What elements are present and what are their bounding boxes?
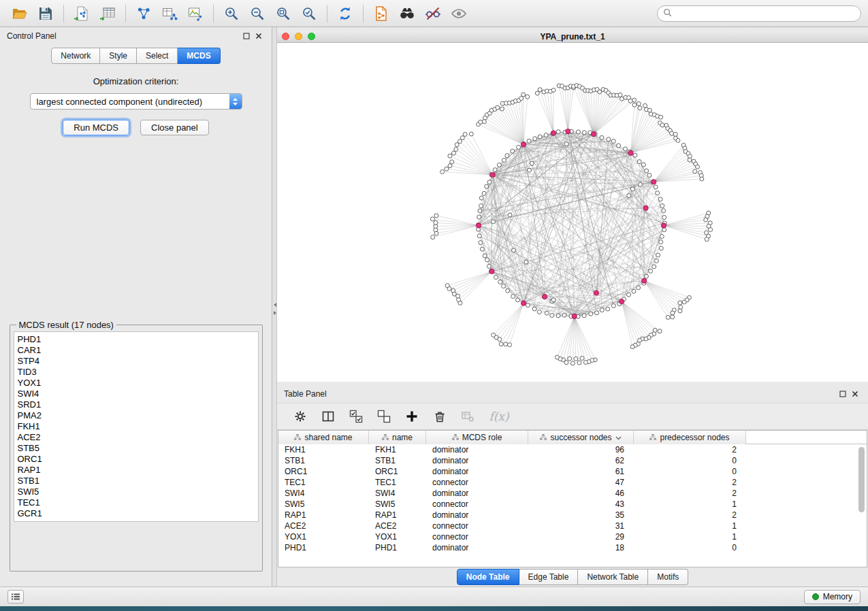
cell-name[interactable]: TEC1 (369, 478, 426, 487)
cell-predecessors[interactable]: 2 (634, 510, 746, 520)
share-document-icon[interactable] (368, 3, 394, 24)
table-row[interactable]: SWI5SWI5connector431 (278, 499, 867, 510)
cell-name[interactable]: FKH1 (369, 445, 426, 455)
cell-successors[interactable]: 47 (528, 478, 634, 487)
cell-successors[interactable]: 46 (528, 489, 634, 498)
tab-network[interactable]: Network (51, 48, 100, 64)
cell-predecessors[interactable]: 2 (634, 445, 746, 455)
cell-shared-name[interactable]: PHD1 (278, 543, 369, 552)
table-tab-edge-table[interactable]: Edge Table (519, 569, 579, 585)
close-panel-button[interactable]: Close panel (140, 120, 209, 135)
float-table-panel-icon[interactable] (837, 388, 849, 400)
mcds-result-item[interactable]: YOX1 (18, 378, 255, 389)
cell-predecessors[interactable]: 1 (634, 499, 746, 509)
mcds-result-item[interactable]: TID3 (18, 367, 255, 378)
cell-name[interactable]: SWI4 (369, 489, 426, 498)
export-network-icon[interactable] (131, 3, 157, 24)
cell-successors[interactable]: 43 (528, 499, 634, 509)
float-panel-icon[interactable] (240, 30, 253, 42)
cell-role[interactable]: connector (426, 478, 528, 487)
run-mcds-button[interactable]: Run MCDS (63, 120, 129, 135)
table-row[interactable]: RAP1RAP1dominator352 (278, 510, 867, 521)
mcds-result-item[interactable]: FKH1 (18, 421, 255, 432)
cell-shared-name[interactable]: YOX1 (278, 532, 369, 542)
gear-icon[interactable] (292, 408, 308, 425)
save-session-icon[interactable] (33, 3, 59, 24)
cell-shared-name[interactable]: TEC1 (278, 478, 369, 487)
zoom-selected-icon[interactable] (296, 3, 322, 24)
mcds-result-item[interactable]: GCR1 (18, 508, 255, 519)
clear-table-icon[interactable] (460, 408, 476, 425)
cell-role[interactable]: connector (426, 521, 528, 531)
close-panel-icon[interactable] (253, 30, 265, 42)
mcds-result-item[interactable]: ACE2 (18, 432, 255, 443)
column-header-shared-name[interactable]: shared name (278, 431, 369, 444)
cell-shared-name[interactable]: STB1 (278, 456, 369, 465)
delete-icon[interactable] (432, 408, 448, 425)
function-builder-icon[interactable]: f(x) (487, 408, 511, 425)
column-header-name[interactable]: name (369, 431, 426, 444)
table-scrollbar[interactable] (858, 446, 865, 565)
splitter-grip-icon[interactable] (272, 302, 277, 320)
cell-name[interactable]: PHD1 (369, 543, 426, 552)
cell-successors[interactable]: 96 (528, 445, 634, 455)
mcds-result-item[interactable]: ORC1 (18, 454, 255, 465)
cell-successors[interactable]: 31 (528, 521, 634, 531)
cell-role[interactable]: dominator (426, 467, 528, 476)
column-header-successor-nodes[interactable]: successor nodes (528, 431, 634, 444)
open-session-icon[interactable] (7, 3, 33, 24)
cell-role[interactable]: connector (426, 499, 528, 509)
table-row[interactable]: STB1STB1dominator620 (278, 455, 867, 466)
search-box[interactable] (657, 5, 861, 22)
cell-shared-name[interactable]: SWI5 (278, 499, 369, 509)
mcds-result-item[interactable]: STB5 (18, 443, 255, 454)
tab-select[interactable]: Select (137, 48, 178, 64)
cell-shared-name[interactable]: RAP1 (278, 510, 369, 520)
cell-name[interactable]: ORC1 (369, 467, 426, 476)
table-row[interactable]: SWI4SWI4dominator462 (278, 488, 867, 499)
network-window-titlebar[interactable]: YPA_prune.txt_1 (277, 31, 868, 43)
search-input[interactable] (675, 9, 855, 18)
mcds-result-item[interactable]: RAP1 (18, 465, 255, 476)
scrollbar-thumb[interactable] (858, 447, 865, 512)
cell-predecessors[interactable]: 2 (634, 489, 746, 498)
zoom-fit-icon[interactable] (270, 3, 296, 24)
import-table-icon[interactable] (95, 3, 120, 24)
hide-graphics-details-icon[interactable] (420, 3, 446, 24)
cell-predecessors[interactable]: 2 (634, 478, 746, 487)
cell-role[interactable]: connector (426, 532, 528, 542)
show-graphics-details-icon[interactable] (446, 3, 472, 24)
cell-name[interactable]: SWI5 (369, 499, 426, 509)
mcds-result-item[interactable]: PMA2 (18, 410, 255, 421)
mcds-result-item[interactable]: SWI5 (18, 486, 255, 497)
zoom-in-icon[interactable] (219, 3, 244, 24)
cell-shared-name[interactable]: SWI4 (278, 489, 369, 498)
close-table-panel-icon[interactable] (849, 388, 861, 400)
mcds-result-item[interactable]: SWI4 (18, 389, 255, 399)
status-menu-button[interactable] (7, 590, 24, 604)
tab-style[interactable]: Style (100, 48, 137, 64)
mcds-result-item[interactable]: STP4 (18, 356, 255, 367)
mcds-result-item[interactable]: STB1 (18, 476, 255, 486)
cell-successors[interactable]: 35 (528, 510, 634, 520)
table-tab-motifs[interactable]: Motifs (648, 569, 688, 585)
deselect-all-icon[interactable] (376, 408, 392, 425)
cell-predecessors[interactable]: 0 (634, 467, 746, 476)
cell-predecessors[interactable]: 0 (634, 456, 746, 465)
vertical-splitter[interactable] (272, 27, 277, 587)
optimization-criterion-select[interactable]: largest connected component (undirected) (30, 93, 242, 110)
cell-shared-name[interactable]: FKH1 (278, 445, 369, 455)
cell-shared-name[interactable]: ORC1 (278, 467, 369, 476)
mcds-result-item[interactable]: CAR1 (18, 345, 255, 356)
add-icon[interactable] (404, 408, 420, 425)
tab-mcds[interactable]: MCDS (178, 48, 220, 64)
cell-successors[interactable]: 29 (528, 532, 634, 542)
cell-role[interactable]: dominator (426, 489, 528, 498)
table-row[interactable]: ORC1ORC1dominator610 (278, 466, 867, 477)
cell-name[interactable]: YOX1 (369, 532, 426, 542)
cell-predecessors[interactable]: 0 (634, 543, 746, 552)
cell-shared-name[interactable]: ACE2 (278, 521, 369, 531)
column-header-mcds-role[interactable]: MCDS role (426, 431, 528, 444)
table-row[interactable]: FKH1FKH1dominator962 (278, 444, 867, 455)
memory-button[interactable]: Memory (804, 590, 861, 604)
